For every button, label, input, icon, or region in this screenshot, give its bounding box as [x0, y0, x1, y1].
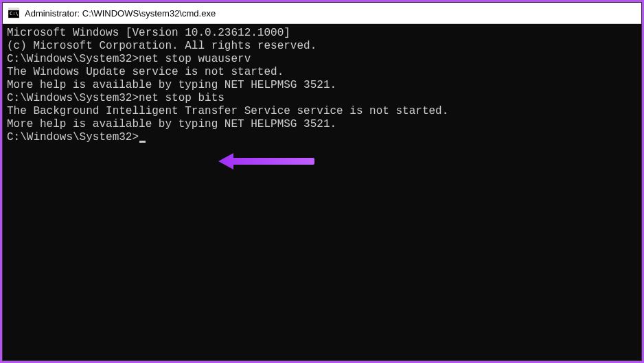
- cursor: [139, 141, 146, 143]
- terminal-line: The Background Intelligent Transfer Serv…: [7, 105, 637, 118]
- terminal-line: (c) Microsoft Corporation. All rights re…: [7, 40, 637, 53]
- window-title: Administrator: C:\WINDOWS\system32\cmd.e…: [25, 8, 216, 19]
- terminal-prompt-line: C:\Windows\System32>: [7, 131, 637, 144]
- terminal-line: The Windows Update service is not starte…: [7, 66, 637, 79]
- cmd-icon: C:\: [8, 8, 19, 19]
- terminal-line: Microsoft Windows [Version 10.0.23612.10…: [7, 27, 637, 40]
- terminal-prompt: C:\Windows\System32>: [7, 131, 139, 143]
- terminal-area[interactable]: Microsoft Windows [Version 10.0.23612.10…: [3, 24, 641, 360]
- terminal-line: C:\Windows\System32>net stop wuauserv: [7, 53, 637, 66]
- terminal-line: C:\Windows\System32>net stop bits: [7, 92, 637, 105]
- terminal-line: More help is available by typing NET HEL…: [7, 118, 637, 131]
- titlebar[interactable]: C:\ Administrator: C:\WINDOWS\system32\c…: [3, 3, 641, 24]
- annotation-arrow-icon: [218, 151, 314, 172]
- terminal-line: More help is available by typing NET HEL…: [7, 79, 637, 92]
- svg-rect-1: [8, 8, 19, 10]
- cmd-window: C:\ Administrator: C:\WINDOWS\system32\c…: [2, 2, 642, 361]
- svg-text:C:\: C:\: [10, 11, 19, 16]
